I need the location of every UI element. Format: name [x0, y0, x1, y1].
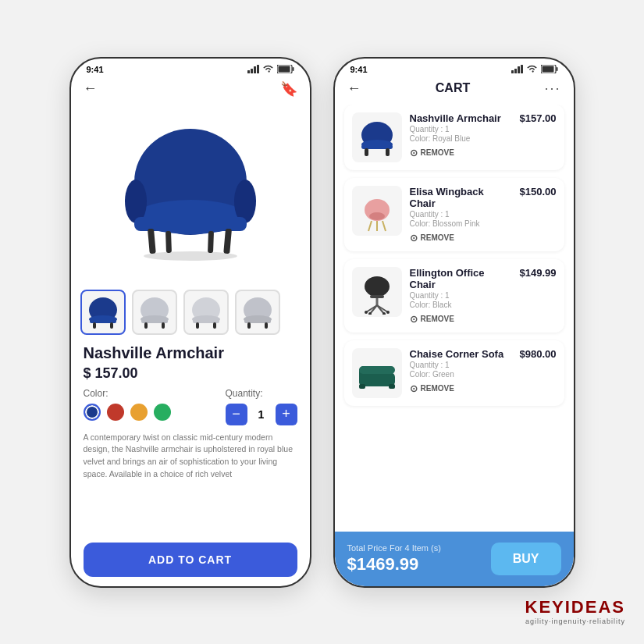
svg-rect-37: [511, 70, 514, 73]
more-options-button[interactable]: ···: [544, 80, 560, 97]
item-remove-2[interactable]: ⊙ REMOVE: [410, 233, 512, 244]
item-details-2: Elisa Wingback Chair Quantity : 1 Color:…: [410, 186, 512, 244]
svg-rect-68: [359, 384, 365, 389]
remove-label-4: REMOVE: [421, 384, 454, 393]
item-color-1: Color: Royal Blue: [410, 134, 512, 143]
svg-rect-31: [213, 322, 216, 329]
total-section: Total Price For 4 Item (s) $1469.99: [347, 543, 441, 575]
svg-rect-67: [359, 366, 395, 374]
svg-rect-42: [556, 67, 557, 71]
product-image-area: [71, 104, 310, 283]
svg-point-54: [365, 276, 390, 297]
qty-increase-button[interactable]: +: [276, 404, 297, 425]
remove-icon-4: ⊙: [410, 383, 418, 394]
color-options: [84, 404, 171, 421]
item-remove-3[interactable]: ⊙ REMOVE: [410, 314, 512, 325]
time-left: 9:41: [87, 65, 104, 74]
svg-point-16: [144, 251, 237, 261]
item-name-4: Chaise Corner Sofa: [410, 348, 512, 360]
item-img-2: [352, 186, 402, 236]
product-info: Nashville Armchair $ 157.00 Color: Quant…: [71, 341, 310, 543]
item-price-1: $157.00: [520, 112, 557, 124]
options-row: Color: Quantity: − 1 +: [84, 388, 297, 425]
item-color-3: Color: Black: [410, 301, 512, 309]
item-qty-4: Quantity : 1: [410, 361, 512, 369]
cart-title: CART: [436, 81, 470, 95]
buy-button[interactable]: BUY: [491, 543, 561, 575]
add-to-cart-button[interactable]: ADD TO CART: [84, 543, 297, 577]
svg-rect-14: [165, 230, 172, 252]
svg-point-62: [386, 311, 390, 314]
quantity-label: Quantity:: [226, 388, 297, 399]
bookmark-icon[interactable]: 🔖: [280, 80, 297, 98]
cart-item-4: Chaise Corner Sofa Quantity : 1 Color: G…: [344, 340, 564, 406]
svg-rect-15: [208, 230, 214, 252]
remove-label-2: REMOVE: [421, 233, 454, 242]
svg-rect-36: [265, 322, 268, 329]
svg-point-10: [234, 180, 256, 223]
remove-icon-1: ⊙: [410, 148, 418, 158]
item-color-2: Color: Blossom Pink: [410, 219, 512, 228]
item-img-1: [352, 112, 402, 162]
item-details-4: Chaise Corner Sofa Quantity : 1 Color: G…: [410, 348, 512, 394]
thumbnail-2[interactable]: [132, 290, 177, 335]
thumbnail-4[interactable]: [235, 290, 280, 335]
svg-rect-3: [257, 65, 259, 73]
thumbnail-row: [71, 283, 310, 341]
svg-rect-2: [254, 66, 256, 73]
color-label: Color:: [84, 388, 171, 399]
color-dot-green[interactable]: [154, 404, 171, 421]
product-description: A contemporary twist on classic mid-cent…: [84, 432, 297, 481]
status-icons-left: [247, 65, 294, 73]
svg-line-52: [382, 221, 386, 231]
svg-rect-38: [514, 69, 517, 73]
color-dot-orange[interactable]: [130, 404, 148, 421]
item-qty-1: Quantity : 1: [410, 125, 512, 133]
item-qty-2: Quantity : 1: [410, 210, 512, 219]
svg-rect-21: [110, 322, 113, 329]
svg-rect-69: [389, 384, 395, 389]
svg-rect-35: [247, 322, 251, 329]
item-remove-1[interactable]: ⊙ REMOVE: [410, 148, 512, 158]
svg-rect-13: [223, 228, 232, 254]
brand-name: KEYIDEAS: [525, 597, 625, 617]
color-dot-red[interactable]: [107, 404, 124, 421]
thumbnail-3[interactable]: [183, 290, 229, 335]
product-name: Nashville Armchair: [84, 344, 297, 362]
item-qty-3: Quantity : 1: [410, 291, 512, 300]
quantity-control: − 1 +: [226, 404, 297, 425]
total-amount: $1469.99: [347, 554, 441, 575]
color-dot-blue[interactable]: [84, 404, 101, 421]
item-name-1: Nashville Armchair: [410, 112, 512, 124]
time-right: 9:41: [350, 65, 368, 74]
item-details-1: Nashville Armchair Quantity : 1 Color: R…: [410, 112, 512, 158]
cart-items-list: Nashville Armchair Quantity : 1 Color: R…: [335, 105, 574, 532]
page-wrapper: 9:41: [0, 0, 644, 644]
cart-back-button[interactable]: ←: [347, 80, 361, 97]
item-remove-4[interactable]: ⊙ REMOVE: [410, 383, 512, 394]
cart-item-1: Nashville Armchair Quantity : 1 Color: R…: [344, 105, 564, 170]
branding: KEYIDEAS agility·ingenuity·reliability: [525, 597, 625, 625]
cart-nav: ← CART ···: [335, 77, 574, 105]
back-button[interactable]: ←: [84, 80, 98, 97]
svg-rect-43: [542, 66, 553, 73]
svg-rect-5: [292, 67, 294, 71]
svg-rect-39: [518, 66, 520, 73]
product-phone: 9:41: [69, 57, 311, 588]
svg-rect-48: [386, 148, 390, 156]
svg-rect-40: [521, 65, 523, 73]
remove-label-1: REMOVE: [421, 148, 454, 157]
thumbnail-1[interactable]: [80, 290, 126, 335]
item-color-4: Color: Green: [410, 370, 512, 379]
cart-item-3: Ellington Office Chair Quantity : 1 Colo…: [344, 259, 564, 333]
qty-decrease-button[interactable]: −: [226, 404, 247, 425]
svg-rect-47: [365, 148, 368, 156]
svg-rect-1: [251, 69, 253, 73]
item-img-4: [352, 348, 402, 398]
svg-line-51: [368, 221, 372, 231]
item-img-3: [352, 267, 402, 317]
remove-label-3: REMOVE: [421, 315, 454, 323]
signal-icon: [247, 65, 259, 73]
qty-value: 1: [255, 408, 268, 421]
svg-rect-6: [278, 66, 290, 73]
